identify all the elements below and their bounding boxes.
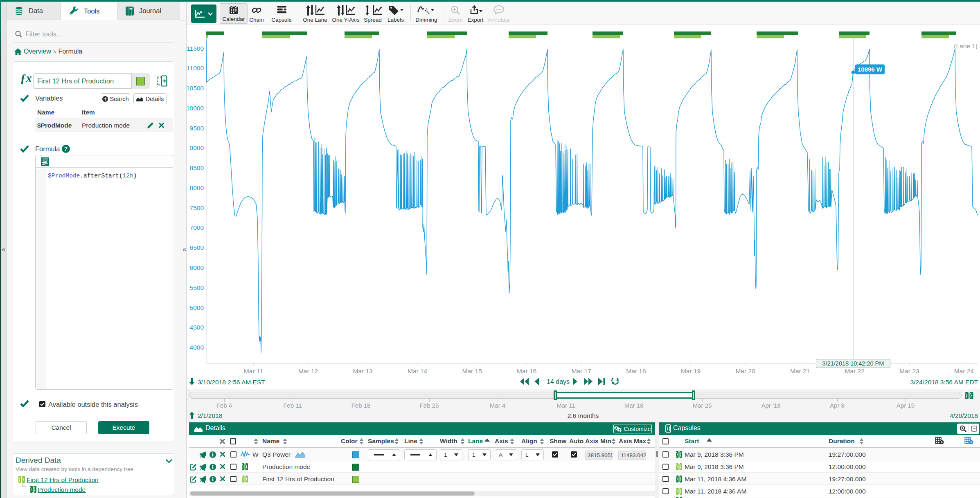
- svg-text:(Lane 1): (Lane 1): [954, 43, 978, 49]
- svg-text:Mar 13: Mar 13: [353, 368, 372, 375]
- svg-text:11500: 11500: [187, 45, 204, 52]
- svg-text:4500: 4500: [190, 324, 204, 331]
- svg-text:?: ?: [64, 146, 68, 152]
- svg-text:7500: 7500: [190, 204, 204, 211]
- svg-text:Mar 12: Mar 12: [298, 368, 318, 375]
- svg-text:Mar 19: Mar 19: [681, 368, 701, 375]
- svg-text:10000: 10000: [187, 105, 204, 112]
- svg-text:6500: 6500: [190, 244, 204, 251]
- svg-text:5000: 5000: [190, 304, 204, 311]
- svg-text:8000: 8000: [190, 184, 204, 191]
- svg-text:9000: 9000: [190, 144, 204, 151]
- svg-text:3/21/2018 10:42:20 PM: 3/21/2018 10:42:20 PM: [822, 360, 884, 367]
- svg-text:Mar 20: Mar 20: [735, 368, 755, 375]
- svg-text:Mar 15: Mar 15: [462, 368, 482, 375]
- svg-text:Mar 24: Mar 24: [954, 368, 974, 375]
- svg-text:Mar 17: Mar 17: [572, 368, 591, 375]
- svg-text:5500: 5500: [190, 284, 204, 291]
- svg-text:9500: 9500: [190, 125, 204, 132]
- svg-text:Mar 18: Mar 18: [626, 368, 646, 375]
- svg-text:Mar 22: Mar 22: [845, 368, 865, 375]
- svg-text:10500: 10500: [187, 85, 204, 92]
- svg-text:4000: 4000: [190, 344, 204, 351]
- svg-text:Mar 21: Mar 21: [790, 368, 810, 375]
- svg-text:6000: 6000: [190, 264, 204, 271]
- svg-text:Mar 23: Mar 23: [899, 368, 919, 375]
- svg-text:8500: 8500: [190, 164, 204, 171]
- svg-text:Mar 16: Mar 16: [517, 368, 536, 375]
- svg-text:10896 W: 10896 W: [858, 66, 883, 73]
- svg-text:Mar 11: Mar 11: [244, 368, 263, 375]
- svg-text:Mar 14: Mar 14: [408, 368, 428, 375]
- svg-text:7000: 7000: [190, 224, 204, 231]
- svg-text:11000: 11000: [187, 65, 204, 72]
